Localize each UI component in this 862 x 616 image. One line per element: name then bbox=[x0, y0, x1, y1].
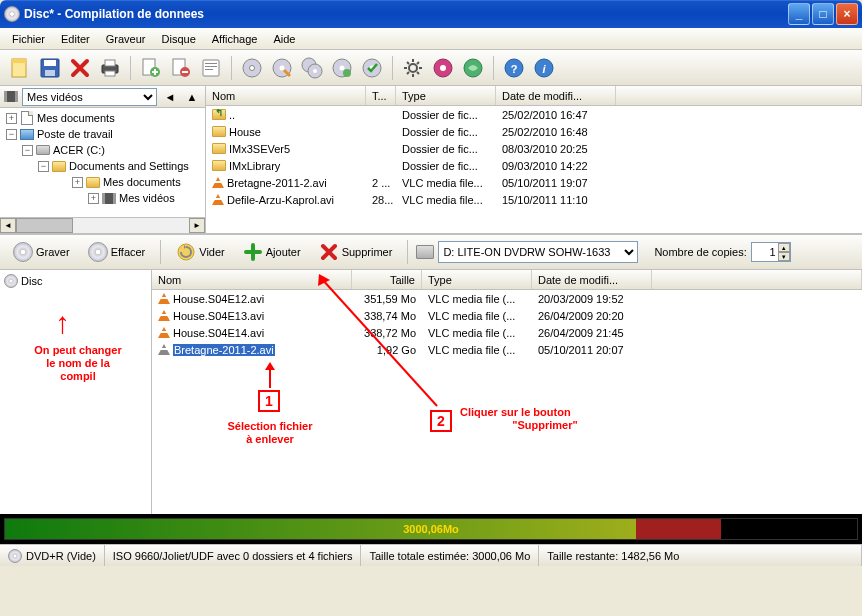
col-size[interactable]: Taille bbox=[352, 270, 422, 289]
burn-iso-button[interactable] bbox=[268, 54, 296, 82]
status-total-size: Taille totale estimée: 3000,06 Mo bbox=[361, 545, 539, 566]
menu-file[interactable]: Fichier bbox=[4, 31, 53, 47]
col-name[interactable]: Nom bbox=[152, 270, 352, 289]
copy-disc-button[interactable] bbox=[298, 54, 326, 82]
verify-disc-button[interactable] bbox=[358, 54, 386, 82]
maximize-button[interactable]: □ bbox=[812, 3, 834, 25]
svg-point-30 bbox=[440, 65, 446, 71]
tree-node[interactable]: ACER (C:) bbox=[53, 144, 105, 156]
nav-up-button[interactable]: ▲ bbox=[183, 88, 201, 106]
minimize-button[interactable]: _ bbox=[788, 3, 810, 25]
tool2-button[interactable] bbox=[429, 54, 457, 82]
main-toolbar: ? i bbox=[0, 50, 862, 86]
file-icon bbox=[212, 126, 226, 137]
new-button[interactable] bbox=[6, 54, 34, 82]
help-button[interactable]: ? bbox=[500, 54, 528, 82]
tree-node[interactable]: Mes vidéos bbox=[119, 192, 175, 204]
svg-rect-13 bbox=[205, 63, 217, 64]
disc-root-label[interactable]: Disc bbox=[21, 275, 42, 287]
menu-bar: Fichier Editer Graveur Disque Affichage … bbox=[0, 28, 862, 50]
disc-tree-pane[interactable]: Disc bbox=[0, 270, 152, 514]
svg-rect-1 bbox=[12, 59, 26, 63]
disc-root-node[interactable]: Disc bbox=[4, 274, 147, 288]
file-list[interactable]: ..Dossier de fic...25/02/2010 16:47House… bbox=[206, 106, 862, 233]
window-titlebar: Disc* - Compilation de donnees _ □ × bbox=[0, 0, 862, 28]
burn-button[interactable] bbox=[238, 54, 266, 82]
empty-button[interactable]: Vider bbox=[169, 238, 231, 266]
close-button[interactable]: × bbox=[836, 3, 858, 25]
drive-select[interactable]: D: LITE-ON DVDRW SOHW-1633 bbox=[438, 241, 638, 263]
disc-capacity-bar: 3000,06Mo bbox=[0, 514, 862, 544]
menu-help[interactable]: Aide bbox=[265, 31, 303, 47]
svg-rect-4 bbox=[45, 70, 55, 76]
list-item[interactable]: House.S04E12.avi351,59 MoVLC media file … bbox=[152, 290, 862, 307]
file-icon bbox=[158, 344, 170, 355]
print-button[interactable] bbox=[96, 54, 124, 82]
status-disc-type: DVD+R (Vide) bbox=[0, 545, 105, 566]
list-item[interactable]: HouseDossier de fic...25/02/2010 16:48 bbox=[206, 123, 862, 140]
col-type[interactable]: Type bbox=[396, 86, 496, 105]
copies-spin-buttons[interactable]: ▲▼ bbox=[778, 243, 790, 261]
burn-compilation-button[interactable]: Graver bbox=[6, 238, 77, 266]
properties-button[interactable] bbox=[197, 54, 225, 82]
svg-point-24 bbox=[340, 65, 345, 70]
file-icon bbox=[212, 160, 226, 171]
col-name[interactable]: Nom bbox=[206, 86, 366, 105]
menu-recorder[interactable]: Graveur bbox=[98, 31, 154, 47]
compilation-toolbar: Graver Effacer Vider Ajouter Supprimer D… bbox=[0, 234, 862, 270]
tree-node[interactable]: Mes documents bbox=[103, 176, 181, 188]
list-item[interactable]: House.S04E13.avi338,74 MoVLC media file … bbox=[152, 307, 862, 324]
save-button[interactable] bbox=[36, 54, 64, 82]
tree-hscrollbar[interactable]: ◄► bbox=[0, 217, 205, 233]
list-item[interactable]: ..Dossier de fic...25/02/2010 16:47 bbox=[206, 106, 862, 123]
svg-rect-14 bbox=[205, 66, 217, 67]
col-size[interactable]: T... bbox=[366, 86, 396, 105]
app-icon bbox=[4, 6, 20, 22]
tree-node[interactable]: Poste de travail bbox=[37, 128, 113, 140]
file-list-pane: Nom T... Type Date de modifi... ..Dossie… bbox=[206, 86, 862, 233]
file-icon bbox=[158, 310, 170, 321]
tree-node[interactable]: Mes documents bbox=[37, 112, 115, 124]
svg-rect-15 bbox=[205, 69, 213, 70]
list-item[interactable]: IMxLibraryDossier de fic...09/03/2010 14… bbox=[206, 157, 862, 174]
erase-compilation-button[interactable]: Effacer bbox=[81, 238, 153, 266]
folder-tree[interactable]: +Mes documents −Poste de travail −ACER (… bbox=[0, 108, 205, 217]
file-icon bbox=[212, 194, 224, 205]
list-item[interactable]: IMx3SEVer5Dossier de fic...08/03/2010 20… bbox=[206, 140, 862, 157]
list-item[interactable]: Defile-Arzu-Kaprol.avi28...VLC media fil… bbox=[206, 191, 862, 208]
drive-icon bbox=[416, 245, 434, 259]
compilation-file-list[interactable]: House.S04E12.avi351,59 MoVLC media file … bbox=[152, 290, 862, 514]
erase-disc-button[interactable] bbox=[328, 54, 356, 82]
copies-label: Nombre de copies: bbox=[654, 246, 746, 258]
file-icon bbox=[158, 327, 170, 338]
col-date[interactable]: Date de modifi... bbox=[496, 86, 616, 105]
tree-node[interactable]: Documents and Settings bbox=[69, 160, 189, 172]
file-icon bbox=[212, 109, 226, 120]
svg-point-19 bbox=[280, 65, 285, 70]
menu-view[interactable]: Affichage bbox=[204, 31, 266, 47]
file-icon bbox=[158, 293, 170, 304]
location-combo[interactable]: Mes vidéos bbox=[22, 88, 157, 106]
remove-button[interactable]: Supprimer bbox=[312, 238, 400, 266]
menu-disc[interactable]: Disque bbox=[154, 31, 204, 47]
settings-button[interactable] bbox=[399, 54, 427, 82]
add-button[interactable]: Ajouter bbox=[236, 238, 308, 266]
col-type[interactable]: Type bbox=[422, 270, 532, 289]
list-item[interactable]: Bretagne-2011-2.avi2 ...VLC media file..… bbox=[206, 174, 862, 191]
svg-point-22 bbox=[313, 69, 317, 73]
doc-remove-button[interactable] bbox=[167, 54, 195, 82]
list-item[interactable]: House.S04E14.avi338,72 MoVLC media file … bbox=[152, 324, 862, 341]
doc-add-button[interactable] bbox=[137, 54, 165, 82]
svg-rect-7 bbox=[105, 71, 115, 76]
capacity-label: 3000,06Mo bbox=[403, 523, 459, 535]
delete-button[interactable] bbox=[66, 54, 94, 82]
list-item[interactable]: Bretagne-2011-2.avi1,92 GoVLC media file… bbox=[152, 341, 862, 358]
tool3-button[interactable] bbox=[459, 54, 487, 82]
nav-back-button[interactable]: ◄ bbox=[161, 88, 179, 106]
svg-rect-12 bbox=[203, 60, 219, 76]
about-button[interactable]: i bbox=[530, 54, 558, 82]
window-title: Disc* - Compilation de donnees bbox=[24, 7, 786, 21]
status-remaining: Taille restante: 1482,56 Mo bbox=[539, 545, 862, 566]
col-date[interactable]: Date de modifi... bbox=[532, 270, 652, 289]
menu-edit[interactable]: Editer bbox=[53, 31, 98, 47]
